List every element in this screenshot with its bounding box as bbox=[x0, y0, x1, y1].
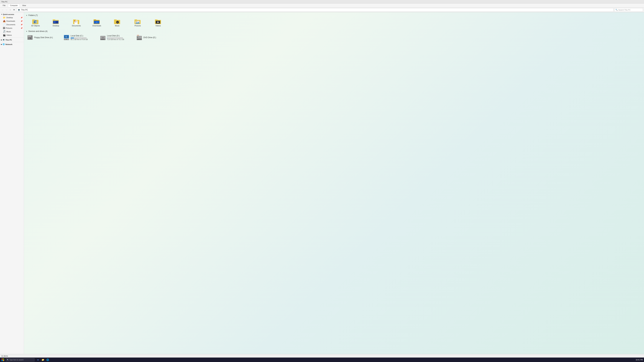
nav-back-button[interactable]: ← bbox=[1, 8, 4, 11]
taskbar-start-button[interactable] bbox=[1, 358, 5, 362]
svg-text:DVD: DVD bbox=[137, 35, 139, 36]
sidebar-item-documents[interactable]: 📄 Documents 📌 bbox=[0, 23, 24, 26]
nav-forward-button[interactable]: → bbox=[5, 8, 8, 11]
taskbar: 🔍 Type here to search ● 📁 🌐 10:41 PM bbox=[0, 358, 644, 362]
svg-point-48 bbox=[66, 39, 67, 40]
locald-drive-space: 72.8 GB free of 73.1 GB bbox=[107, 39, 124, 40]
sidebar-item-desktop[interactable]: 📁 Desktop 📌 bbox=[0, 16, 24, 19]
chevron-right-icon-2: ▶ bbox=[1, 43, 2, 45]
taskbar-edge-button[interactable]: 🌐 bbox=[45, 358, 50, 362]
localc-drive-name: Local Disk (C:) bbox=[70, 35, 88, 37]
address-path[interactable]: 💻 This PC bbox=[16, 8, 614, 12]
title-bar-text: This PC bbox=[1, 1, 8, 3]
nav-up-button[interactable]: ↑ bbox=[8, 8, 12, 11]
folder-icon: 📁 bbox=[3, 16, 6, 19]
svg-rect-19 bbox=[94, 19, 96, 20]
folders-chevron-icon: ▼ bbox=[26, 14, 28, 16]
svg-point-56 bbox=[104, 39, 105, 40]
svg-rect-67 bbox=[2, 360, 3, 361]
pictures-folder-icon bbox=[134, 19, 141, 24]
folder-item-videos[interactable]: Videos bbox=[148, 18, 168, 28]
pin-icon-3: 📌 bbox=[20, 24, 22, 25]
drive-item-floppy[interactable]: Floppy Disk Drive (A:) bbox=[26, 34, 61, 41]
sidebar-divider-2 bbox=[0, 42, 24, 42]
desktop-folder-icon bbox=[53, 19, 59, 24]
this-pc-label: This PC bbox=[6, 39, 12, 41]
taskbar-items: ● 📁 🌐 bbox=[36, 358, 50, 362]
svg-rect-23 bbox=[114, 19, 116, 20]
folder-3dobjects-label: 3D Objects bbox=[31, 25, 40, 27]
folder-item-downloads[interactable]: ↓ Downloads bbox=[87, 18, 106, 28]
sidebar-section-this-pc: ▶ 💻 This PC bbox=[0, 38, 24, 41]
sidebar-network-icon: 🌐 bbox=[2, 43, 5, 45]
svg-rect-7 bbox=[53, 19, 55, 20]
taskbar-search-placeholder: Type here to search bbox=[10, 359, 24, 361]
title-bar: This PC bbox=[0, 0, 644, 3]
sidebar-this-pc-header[interactable]: ▶ 💻 This PC bbox=[0, 38, 24, 41]
videos-folder-icon bbox=[155, 19, 161, 24]
svg-point-61 bbox=[140, 37, 141, 37]
folder-item-music[interactable]: ♪ Music bbox=[108, 18, 127, 28]
svg-rect-59 bbox=[137, 37, 138, 38]
svg-rect-39 bbox=[28, 35, 31, 37]
svg-rect-5 bbox=[34, 21, 36, 23]
taskbar-search-box[interactable]: 🔍 Type here to search bbox=[6, 358, 34, 361]
search-box[interactable]: 🔍 Search This PC bbox=[614, 8, 643, 12]
music-icon: 🎵 bbox=[3, 30, 6, 33]
svg-rect-35 bbox=[155, 19, 158, 20]
documents-icon: 📄 bbox=[3, 23, 6, 26]
tab-file[interactable]: File bbox=[1, 4, 8, 7]
floppy-drive-icon bbox=[27, 35, 33, 40]
videos-icon: 🎬 bbox=[3, 34, 6, 36]
drives-chevron-icon: ▼ bbox=[26, 30, 28, 32]
svg-rect-17 bbox=[74, 20, 75, 21]
status-item-count: 11 items bbox=[1, 355, 8, 357]
localc-drive-bar-bg bbox=[70, 37, 86, 39]
floppy-drive-name: Floppy Disk Drive (A:) bbox=[34, 36, 53, 39]
drive-item-dvd[interactable]: DVD DVD Drive (E:) bbox=[135, 34, 170, 41]
sidebar-item-videos[interactable]: 🎬 Videos bbox=[0, 33, 24, 37]
tab-computer[interactable]: Computer bbox=[8, 4, 20, 7]
address-path-icon: 💻 bbox=[18, 9, 20, 11]
sidebar-item-downloads[interactable]: 📥 Downloads 📌 bbox=[0, 19, 24, 23]
nav-recent-button[interactable]: ▼ bbox=[12, 8, 16, 11]
folder-item-pictures[interactable]: Pictures bbox=[128, 18, 147, 28]
folder-item-documents[interactable]: Documents bbox=[67, 18, 86, 28]
address-path-text: This PC bbox=[21, 9, 28, 11]
taskbar-time: 10:41 bbox=[636, 359, 640, 361]
folders-section-header[interactable]: ▼ Folders (7) bbox=[26, 14, 642, 16]
taskbar-cortana-button[interactable]: ● bbox=[36, 358, 40, 362]
sidebar-network-header[interactable]: ▶ 🌐 Network bbox=[0, 43, 24, 46]
drives-section-header[interactable]: ▼ Devices and drives (4) bbox=[26, 30, 642, 32]
sidebar-item-pictures[interactable]: 🖼 Pictures 📌 bbox=[0, 26, 24, 30]
localc-drive-bar-fill bbox=[70, 37, 74, 39]
drive-item-locald[interactable]: Local Disk (D:) 72.8 GB free of 73.1 GB bbox=[99, 34, 134, 41]
local-disk-c-icon: C: bbox=[64, 35, 69, 40]
quick-access-label: Quick access bbox=[3, 13, 14, 15]
folder-item-desktop[interactable]: Desktop bbox=[46, 18, 66, 28]
svg-rect-12 bbox=[73, 19, 76, 20]
taskbar-search-icon: 🔍 bbox=[7, 359, 9, 361]
sidebar-item-music[interactable]: 🎵 Music bbox=[0, 30, 24, 33]
folder-desktop-label: Desktop bbox=[53, 25, 59, 27]
downloads-icon: 📥 bbox=[3, 20, 6, 22]
taskbar-explorer-button[interactable]: 📁 bbox=[40, 358, 45, 362]
taskbar-date: PM bbox=[640, 359, 643, 361]
locald-drive-bar-fill bbox=[107, 37, 107, 39]
sidebar-divider-1 bbox=[0, 37, 24, 38]
pin-icon-2: 📌 bbox=[20, 20, 22, 22]
chevron-right-icon: ▶ bbox=[1, 39, 2, 41]
folder-item-3dobjects[interactable]: 3D Objects bbox=[26, 18, 45, 28]
address-bar: ← → ↑ ▼ 💻 This PC 🔍 Search This PC bbox=[0, 7, 644, 12]
tab-view[interactable]: View bbox=[20, 4, 28, 7]
sidebar-item-documents-label: Documents bbox=[6, 24, 15, 25]
svg-rect-66 bbox=[3, 359, 4, 360]
sidebar: ▼ Quick access 📁 Desktop 📌 📥 Downloads 📌… bbox=[0, 12, 24, 354]
sidebar-quick-access-header[interactable]: ▼ Quick access bbox=[0, 13, 24, 16]
windows-icon bbox=[2, 359, 4, 361]
network-label: Network bbox=[6, 43, 12, 45]
locald-drive-info: Local Disk (D:) 72.8 GB free of 73.1 GB bbox=[107, 35, 124, 40]
localc-drive-space: 56.1 GB free of 70.8 GB bbox=[70, 39, 88, 40]
status-bar: 11 items bbox=[0, 354, 644, 358]
drive-item-localc[interactable]: C: Local Disk (C:) 56.1 GB free of 70.8 … bbox=[62, 34, 98, 41]
